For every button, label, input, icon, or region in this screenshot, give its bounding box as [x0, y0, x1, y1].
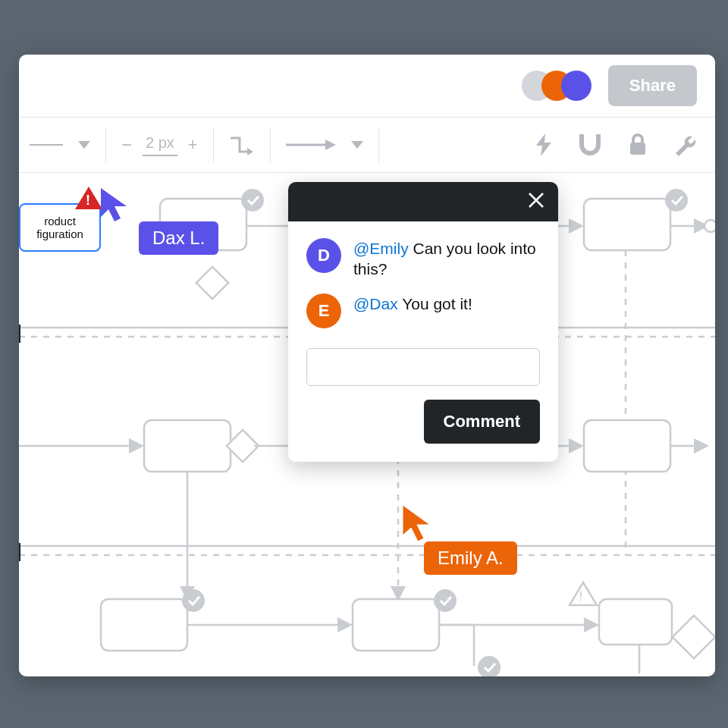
- svg-rect-7: [596, 134, 601, 139]
- svg-rect-27: [584, 420, 670, 472]
- svg-marker-40: [570, 582, 597, 605]
- comment-text: @Dax You got it!: [353, 293, 472, 328]
- comment-row: D @Emily Can you look into this?: [306, 238, 540, 280]
- plus-icon[interactable]: +: [188, 135, 198, 155]
- svg-point-15: [241, 189, 264, 212]
- chevron-down-icon[interactable]: [351, 141, 363, 149]
- alert-icon: [75, 187, 102, 209]
- stroke-width-stepper[interactable]: − 2 px +: [121, 134, 198, 156]
- svg-rect-6: [579, 134, 584, 139]
- header: Share: [19, 55, 715, 117]
- avatar: E: [306, 293, 341, 328]
- node-label: roduct figuration: [36, 215, 83, 241]
- minus-icon[interactable]: −: [121, 134, 132, 155]
- svg-marker-0: [78, 141, 90, 149]
- cursor-icon: [99, 187, 133, 223]
- divider: [213, 127, 214, 162]
- lightning-icon[interactable]: [536, 133, 551, 156]
- svg-marker-1: [247, 148, 253, 155]
- cursor-label-emily: Emily A.: [424, 541, 517, 575]
- svg-point-32: [182, 589, 205, 612]
- chevron-down-icon[interactable]: [78, 141, 90, 149]
- comment-text: @Emily Can you look into this?: [353, 238, 540, 280]
- divider: [378, 127, 379, 162]
- comment-button[interactable]: Comment: [424, 400, 540, 444]
- svg-marker-4: [351, 141, 363, 149]
- svg-rect-8: [630, 143, 645, 155]
- svg-rect-31: [101, 599, 187, 651]
- svg-text:!: !: [579, 590, 582, 603]
- line-style-solid[interactable]: [30, 144, 63, 146]
- svg-marker-47: [101, 188, 127, 221]
- canvas[interactable]: ! roduct figuration Dax L. Emily: [19, 173, 715, 676]
- svg-rect-24: [144, 420, 231, 472]
- svg-marker-48: [403, 505, 430, 541]
- mention[interactable]: @Emily: [353, 240, 409, 257]
- svg-point-43: [478, 656, 500, 676]
- svg-point-19: [665, 189, 688, 212]
- mention[interactable]: @Dax: [353, 295, 398, 312]
- svg-point-35: [434, 589, 457, 612]
- svg-marker-5: [536, 133, 551, 156]
- close-icon[interactable]: [528, 192, 544, 212]
- svg-rect-42: [673, 616, 715, 659]
- arrow-right-icon[interactable]: [286, 140, 336, 150]
- toolbar: − 2 px +: [19, 117, 715, 173]
- elbow-connector-icon[interactable]: [229, 135, 255, 155]
- svg-rect-39: [599, 599, 672, 645]
- stroke-width-value[interactable]: 2 px: [143, 134, 177, 156]
- avatar: D: [306, 238, 341, 273]
- popup-header: [288, 182, 558, 221]
- comment-input[interactable]: [306, 348, 540, 386]
- magnet-icon[interactable]: [579, 134, 601, 155]
- svg-point-21: [704, 220, 715, 232]
- svg-rect-34: [353, 599, 439, 651]
- comment-popup: D @Emily Can you look into this? E @Dax …: [288, 182, 558, 462]
- popup-footer: Comment: [288, 400, 558, 462]
- svg-rect-16: [196, 267, 228, 299]
- cursor-icon: [401, 504, 436, 543]
- comment-row: E @Dax You got it!: [306, 293, 540, 328]
- svg-marker-3: [325, 140, 336, 150]
- lock-icon[interactable]: [629, 133, 647, 156]
- cursor-label-dax: Dax L.: [139, 221, 218, 255]
- popup-body: D @Emily Can you look into this? E @Dax …: [288, 221, 558, 400]
- share-button[interactable]: Share: [608, 65, 697, 106]
- svg-rect-18: [584, 199, 670, 250]
- selected-node[interactable]: roduct figuration: [19, 203, 101, 252]
- presence-dot[interactable]: [561, 71, 592, 101]
- divider: [270, 127, 271, 162]
- presence-avatars: [522, 71, 592, 101]
- wrench-icon[interactable]: [674, 133, 697, 156]
- app-window: Share − 2 px +: [19, 55, 715, 676]
- divider: [105, 127, 106, 162]
